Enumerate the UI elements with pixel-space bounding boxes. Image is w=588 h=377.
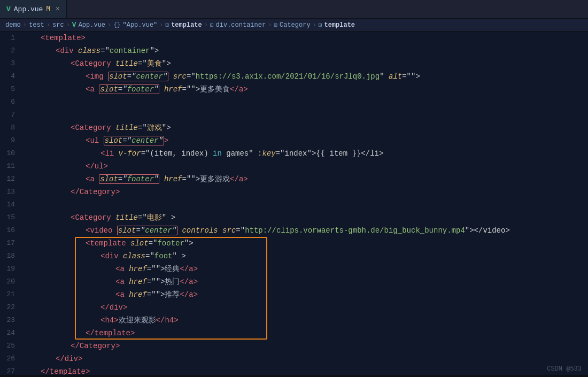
code-line-12: <a slot="footer" href="">更多游戏</a> xyxy=(21,173,588,186)
code-line-8: <Category title="游戏"> xyxy=(21,121,588,134)
code-line-19: <a href="">经典</a> xyxy=(21,263,588,275)
code-line-1: <template> xyxy=(21,32,588,44)
code-area: 1 2 3 4 5 6 7 8 9 10 11 12 13 14 15 16 1… xyxy=(0,32,588,375)
bc-appvue-str: "App.vue" xyxy=(122,21,157,29)
code-line-18: <div class="foot" > xyxy=(21,250,588,263)
code-line-24: </template> xyxy=(21,327,588,340)
tab-bar: V App.vue M × xyxy=(0,0,588,19)
watermark: CSDN @533 xyxy=(547,365,582,373)
app-vue-tab[interactable]: V App.vue M × xyxy=(0,0,67,18)
code-line-5: <a slot="footer" href="">更多美食</a> xyxy=(21,83,588,96)
code-line-21: <a href="">推荐</a> xyxy=(21,288,588,301)
code-line-25: </Category> xyxy=(21,340,588,352)
bc-template2: template xyxy=(324,21,355,29)
breadcrumb: demo › test › src › V App.vue › {} "App.… xyxy=(0,19,588,32)
tab-modified: M xyxy=(46,5,50,13)
code-line-20: <a href="">热门</a> xyxy=(21,275,588,288)
code-line-23: <h4>欢迎来观影</h4> xyxy=(21,314,588,327)
code-line-13: </Category> xyxy=(21,186,588,198)
bc-appvue: App.vue xyxy=(79,21,105,29)
bc-vue-icon: V xyxy=(72,21,76,29)
bc-test: test xyxy=(29,21,44,29)
code-content: <template> <div class="container"> <Cate… xyxy=(21,32,588,375)
code-line-3: <Category title="美食"> xyxy=(21,57,588,70)
code-line-4: <img slot="center" src="https://s3.ax1x.… xyxy=(21,70,588,83)
tab-label: App.vue xyxy=(14,5,43,13)
bc-category: Category xyxy=(280,21,311,29)
code-line-26: </div> xyxy=(21,352,588,365)
code-line-16: <video slot="center" controls src="http:… xyxy=(21,224,588,237)
bc-template1: template xyxy=(171,21,202,29)
tab-close-button[interactable]: × xyxy=(56,5,60,13)
code-line-15: <Category title="电影" > xyxy=(21,211,588,224)
bc-tmpl-icon2: ⊡ xyxy=(319,21,322,28)
code-line-27: </template> xyxy=(21,365,588,375)
code-line-17: <template slot="footer"> xyxy=(21,237,588,250)
template-block-container: <template slot="footer"> <div class="foo… xyxy=(21,237,588,340)
code-line-22: </div> xyxy=(21,301,588,314)
bc-div-container: div.container xyxy=(216,21,266,29)
bc-demo: demo xyxy=(5,21,21,29)
code-line-7 xyxy=(21,109,588,121)
bc-obj-icon: {} xyxy=(113,22,120,28)
bc-div-icon: ⊡ xyxy=(210,21,214,28)
bc-src: src xyxy=(52,21,64,29)
bc-cat-icon: ⊡ xyxy=(274,21,277,28)
code-line-14 xyxy=(21,198,588,211)
bc-tmpl-icon1: ⊡ xyxy=(166,21,169,28)
code-line-2: <div class="container"> xyxy=(21,44,588,57)
code-line-6 xyxy=(21,96,588,109)
vue-icon: V xyxy=(6,5,11,13)
code-line-10: <li v-for="(item, index) in games" :key=… xyxy=(21,147,588,160)
code-line-11: </ul> xyxy=(21,160,588,173)
code-line-9: <ul slot="center"> xyxy=(21,134,588,147)
line-numbers: 1 2 3 4 5 6 7 8 9 10 11 12 13 14 15 16 1… xyxy=(0,32,21,375)
